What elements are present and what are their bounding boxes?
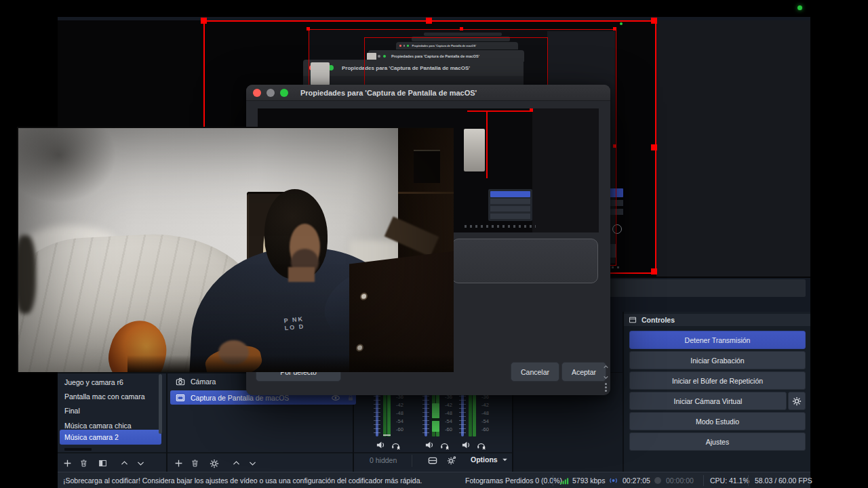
scene-item[interactable]: Pantalla mac con camara — [64, 390, 159, 403]
mixer-options-button[interactable]: Options — [471, 455, 508, 464]
accept-button[interactable]: Aceptar — [561, 362, 606, 382]
cancel-button[interactable]: Cancelar — [511, 362, 559, 382]
close-icon[interactable] — [253, 89, 261, 97]
scene-item[interactable]: Juego y camara r6 — [64, 375, 159, 389]
mixer-layout-icon[interactable] — [427, 455, 438, 466]
move-source-down-button[interactable] — [248, 459, 257, 468]
selection-handle-top-right[interactable] — [651, 18, 657, 24]
dialog-titlebar[interactable]: Propiedades para 'Captura de Pantalla de… — [246, 85, 610, 101]
options-label: Options — [471, 455, 498, 464]
preview-webcam-thumb — [464, 129, 485, 171]
gear-icon — [792, 396, 802, 406]
preview-mini-button — [490, 206, 530, 211]
add-scene-button[interactable] — [63, 459, 72, 468]
db-tick: -60 — [396, 426, 403, 433]
button-label: Cancelar — [521, 368, 549, 376]
stream-time-label: 00:27:05 — [623, 472, 650, 488]
selection-handle-top-mid[interactable] — [426, 18, 432, 24]
zoom-icon[interactable] — [280, 89, 288, 97]
preview-mini-button-blue — [490, 191, 530, 197]
move-scene-down-button[interactable] — [136, 459, 145, 468]
status-divider — [703, 475, 704, 486]
start-recording-button[interactable]: Iniciar Grabación — [629, 351, 806, 369]
dock-scroll-band — [583, 279, 806, 297]
camera-icon — [176, 377, 185, 386]
scene-item[interactable]: Final — [64, 404, 159, 418]
scene-label: Música camara chica — [64, 422, 132, 430]
db-tick: -54 — [481, 418, 489, 425]
remove-scene-button[interactable] — [79, 459, 88, 468]
db-tick: -48 — [445, 410, 452, 417]
preview-mini-button — [490, 214, 530, 219]
peak-marker — [383, 434, 391, 436]
studio-mode-button[interactable]: Modo Estudio — [629, 412, 806, 430]
chevron-down-icon — [502, 457, 508, 463]
remove-source-button[interactable] — [191, 459, 199, 468]
record-status-icon — [654, 472, 661, 488]
dialog-title: Propiedades para 'Captura de Pantalla de… — [300, 89, 477, 97]
button-label: Detener Transmisión — [685, 336, 751, 344]
bitrate-label: 5793 kbps — [572, 472, 605, 488]
button-label: Modo Estudio — [696, 418, 739, 426]
dock-icon — [629, 316, 637, 324]
db-tick: -48 — [396, 410, 403, 417]
scene-label: Pantalla mac con camara — [64, 392, 144, 401]
preview-obs-area — [532, 108, 599, 232]
scene-filters-button[interactable] — [98, 459, 107, 468]
record-time-label: 00:00:00 — [666, 472, 694, 488]
move-scene-up-button[interactable] — [120, 459, 129, 468]
db-tick: -54 — [396, 418, 403, 425]
button-label: Aceptar — [572, 368, 596, 376]
preview-handle — [530, 108, 533, 112]
virtual-camera-settings-button[interactable] — [788, 392, 806, 410]
encoder-overload-warning: ¡Sobrecarga al codificar! Considera baja… — [63, 472, 422, 488]
settings-button[interactable]: Ajustes — [629, 432, 806, 451]
move-source-up-button[interactable] — [232, 459, 241, 468]
speaker-icon[interactable] — [376, 440, 386, 450]
selection-handle-mid-right[interactable] — [651, 144, 657, 150]
scroll-down-icon[interactable] — [603, 374, 609, 380]
controls-header[interactable]: Controles — [624, 314, 810, 326]
source-label: Cámara — [191, 378, 216, 386]
headphones-muted-icon[interactable] — [476, 440, 486, 450]
db-tick: -54 — [445, 418, 452, 425]
meter-active-segment — [432, 421, 439, 432]
toolbar-sep — [412, 455, 412, 467]
headphones-muted-icon[interactable] — [391, 440, 401, 450]
scene-item-selected[interactable]: Música camara 2 — [60, 430, 161, 445]
scroll-up-icon[interactable] — [603, 364, 609, 370]
db-tick: -60 — [445, 426, 452, 433]
selection-handle-top-left[interactable] — [201, 18, 207, 24]
display-select-combo[interactable] — [452, 239, 598, 283]
signal-bars-icon — [559, 472, 569, 488]
scene-item-clipped[interactable] — [64, 448, 92, 451]
headphones-muted-icon[interactable] — [439, 440, 450, 450]
add-source-button[interactable] — [174, 459, 183, 468]
fps-label: 58.03 / 60.00 FPS — [755, 472, 812, 488]
db-tick: -42 — [445, 402, 452, 409]
db-tick: -60 — [481, 426, 489, 433]
stop-streaming-button[interactable]: Detener Transmisión — [629, 331, 806, 349]
selection-handle-bottom-right[interactable] — [651, 268, 657, 274]
speaker-icon[interactable] — [461, 440, 471, 450]
start-virtual-camera-button[interactable]: Iniciar Cámara Virtual — [629, 392, 787, 410]
toolbar-divider — [58, 452, 166, 453]
button-label: Iniciar Grabación — [690, 357, 744, 365]
db-tick: -42 — [396, 402, 403, 409]
scene-label: Juego y camara r6 — [64, 378, 123, 386]
vignette — [18, 128, 454, 372]
start-replay-buffer-button[interactable]: Iniciar el Búfer de Repetición — [629, 371, 806, 390]
minimize-icon[interactable] — [267, 89, 275, 97]
source-properties-gear-icon[interactable] — [210, 459, 219, 468]
advanced-audio-gear-icon[interactable] — [447, 455, 456, 465]
controls-panel: Controles Detener Transmisión Iniciar Gr… — [624, 312, 810, 472]
toolbar-divider — [354, 452, 512, 453]
display-icon — [176, 393, 185, 403]
stream-status-icon — [608, 472, 618, 488]
preview-mini-button — [490, 199, 530, 204]
db-tick: -48 — [481, 410, 489, 417]
camera-active-indicator — [797, 5, 802, 10]
hidden-mixers-label: 0 hidden — [370, 456, 397, 464]
speaker-icon[interactable] — [425, 440, 435, 450]
scenes-scrollbar[interactable] — [159, 374, 162, 434]
